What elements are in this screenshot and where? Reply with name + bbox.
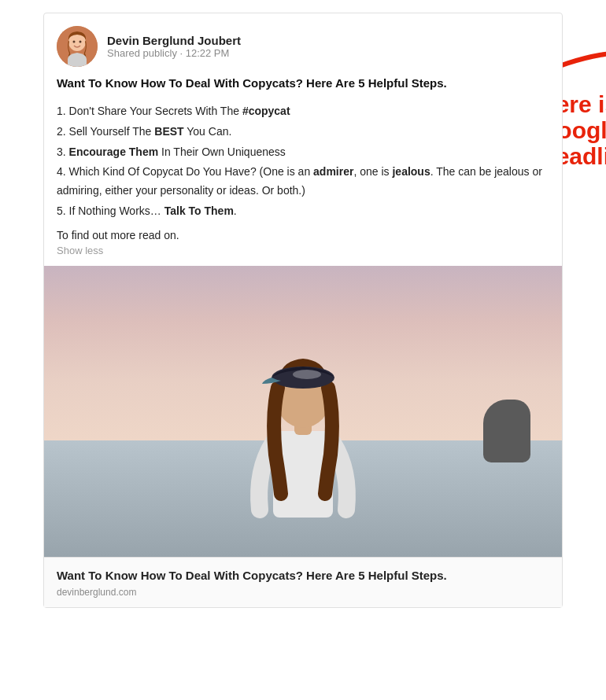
show-less-button[interactable]: Show less xyxy=(57,245,549,256)
post-card: Devin Berglund Joubert Shared publicly ·… xyxy=(43,13,563,608)
post-content: 1. Don't Share Your Secrets With The #co… xyxy=(57,102,549,221)
svg-point-4 xyxy=(79,41,82,43)
rock xyxy=(483,400,530,462)
author-info: Devin Berglund Joubert Shared publicly ·… xyxy=(107,34,241,59)
author-meta: Shared publicly · 12:22 PM xyxy=(107,47,241,59)
scene-background xyxy=(44,266,562,557)
read-more-text: To find out more read on. xyxy=(57,229,549,241)
author-name: Devin Berglund Joubert xyxy=(107,34,241,47)
svg-point-3 xyxy=(73,41,76,43)
list-item: 4. Which Kind Of Copycat Do You Have? (O… xyxy=(57,163,549,201)
link-title: Want To Know How To Deal With Copycats? … xyxy=(57,567,549,584)
post-headline: Want To Know How To Deal With Copycats? … xyxy=(57,75,549,91)
link-preview: Want To Know How To Deal With Copycats? … xyxy=(44,557,562,607)
post-header: Devin Berglund Joubert Shared publicly ·… xyxy=(57,26,549,67)
list-item: 2. Sell Yourself The BEST You Can. xyxy=(57,123,549,142)
avatar xyxy=(57,26,98,67)
list-item: 5. If Nothing Works… Talk To Them. xyxy=(57,202,549,221)
svg-point-9 xyxy=(293,370,321,379)
steps-list: 1. Don't Share Your Secrets With The #co… xyxy=(57,102,549,221)
link-domain: devinberglund.com xyxy=(57,587,549,598)
person-silhouette xyxy=(216,305,390,557)
list-item: 3. Encourage Them In Their Own Uniquenes… xyxy=(57,143,549,162)
post-image xyxy=(44,266,562,557)
list-item: 1. Don't Share Your Secrets With The #co… xyxy=(57,102,549,121)
